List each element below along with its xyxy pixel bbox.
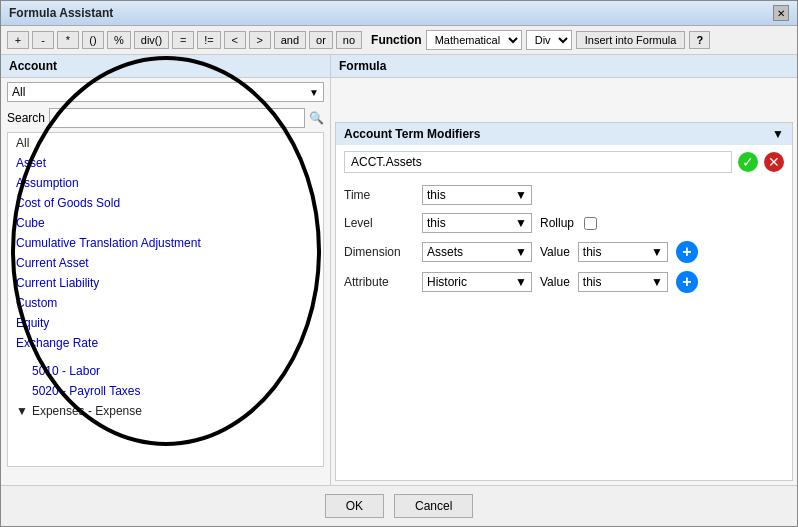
- list-item-exchange-rate[interactable]: Exchange Rate: [8, 333, 323, 353]
- toolbar: + - * () % div() = != < > and or no Func…: [1, 26, 797, 55]
- rollup-label: Rollup: [540, 216, 574, 230]
- main-content: Account All ▼ Search 🔍 All Asset Assumpt…: [1, 55, 797, 485]
- help-button[interactable]: ?: [689, 31, 710, 49]
- formula-assistant-window: Formula Assistant ✕ + - * () % div() = !…: [0, 0, 798, 527]
- level-value: this: [427, 216, 446, 230]
- list-item-assumption[interactable]: Assumption: [8, 173, 323, 193]
- attribute-select[interactable]: Historic ▼: [422, 272, 532, 292]
- account-dropdown-row: All ▼: [1, 78, 330, 106]
- group-label: Expenses - Expense: [32, 404, 142, 418]
- attribute-value-val: this: [583, 275, 602, 289]
- account-list: All Asset Assumption Cost of Goods Sold …: [7, 132, 324, 467]
- dimension-value: Assets: [427, 245, 463, 259]
- formula-text-area: [331, 78, 797, 118]
- reject-button[interactable]: ✕: [764, 152, 784, 172]
- dimension-row: Dimension Assets ▼ Value this ▼ +: [344, 241, 784, 263]
- list-item-custom[interactable]: Custom: [8, 293, 323, 313]
- time-value: this: [427, 188, 446, 202]
- dimension-select[interactable]: Assets ▼: [422, 242, 532, 262]
- close-button[interactable]: ✕: [773, 5, 789, 21]
- account-header: Account: [1, 55, 330, 78]
- time-select-arrow-icon: ▼: [515, 188, 527, 202]
- equals-button[interactable]: =: [172, 31, 194, 49]
- search-icon: 🔍: [309, 111, 324, 125]
- search-label: Search: [7, 111, 45, 125]
- dropdown-arrow-icon: ▼: [309, 87, 319, 98]
- attribute-value-select[interactable]: this ▼: [578, 272, 668, 292]
- left-panel: Account All ▼ Search 🔍 All Asset Assumpt…: [1, 55, 331, 485]
- function-area: Function Mathematical Div Insert into Fo…: [371, 30, 710, 50]
- list-item-cube[interactable]: Cube: [8, 213, 323, 233]
- title-bar: Formula Assistant ✕: [1, 1, 797, 26]
- attribute-add-button[interactable]: +: [676, 271, 698, 293]
- formula-display: ACCT.Assets: [344, 151, 732, 173]
- dimension-value-select[interactable]: this ▼: [578, 242, 668, 262]
- percent-button[interactable]: %: [107, 31, 131, 49]
- dimension-add-button[interactable]: +: [676, 241, 698, 263]
- account-dropdown[interactable]: All ▼: [7, 82, 324, 102]
- level-select-arrow-icon: ▼: [515, 216, 527, 230]
- not-equals-button[interactable]: !=: [197, 31, 220, 49]
- search-input[interactable]: [49, 108, 305, 128]
- minus-button[interactable]: -: [32, 31, 54, 49]
- dimension-value-val: this: [583, 245, 602, 259]
- search-row: Search 🔍: [1, 106, 330, 130]
- insert-into-formula-button[interactable]: Insert into Formula: [576, 31, 686, 49]
- bottom-bar: OK Cancel: [1, 485, 797, 526]
- modifiers-header-label: Account Term Modifiers: [344, 127, 480, 141]
- modifiers-header: Account Term Modifiers ▼: [336, 123, 792, 145]
- less-than-button[interactable]: <: [224, 31, 246, 49]
- collapse-icon: ▼: [16, 404, 28, 418]
- dimension-label: Dimension: [344, 245, 414, 259]
- list-item-cogs[interactable]: Cost of Goods Sold: [8, 193, 323, 213]
- function-label: Function: [371, 33, 422, 47]
- attribute-select-arrow-icon: ▼: [515, 275, 527, 289]
- horizontal-scrollbar[interactable]: [7, 469, 324, 483]
- level-select[interactable]: this ▼: [422, 213, 532, 233]
- list-item-equity[interactable]: Equity: [8, 313, 323, 333]
- time-select[interactable]: this ▼: [422, 185, 532, 205]
- function-type-select[interactable]: Mathematical: [426, 30, 522, 50]
- list-item-current-liability[interactable]: Current Liability: [8, 273, 323, 293]
- function-div-select[interactable]: Div: [526, 30, 572, 50]
- level-label: Level: [344, 216, 414, 230]
- modifiers-rows: Time this ▼ Level this ▼ Rollup: [336, 179, 792, 299]
- list-item-cta[interactable]: Cumulative Translation Adjustment: [8, 233, 323, 253]
- plus-button[interactable]: +: [7, 31, 29, 49]
- div-func-button[interactable]: div(): [134, 31, 169, 49]
- attribute-value-label: Value: [540, 275, 570, 289]
- modifiers-formula-row: ACCT.Assets ✓ ✕: [336, 145, 792, 179]
- list-item-current-asset[interactable]: Current Asset: [8, 253, 323, 273]
- confirm-button[interactable]: ✓: [738, 152, 758, 172]
- list-item-asset[interactable]: Asset: [8, 153, 323, 173]
- ok-button[interactable]: OK: [325, 494, 384, 518]
- cancel-button[interactable]: Cancel: [394, 494, 473, 518]
- attribute-value: Historic: [427, 275, 467, 289]
- attribute-row: Attribute Historic ▼ Value this ▼ +: [344, 271, 784, 293]
- or-button[interactable]: or: [309, 31, 333, 49]
- time-row: Time this ▼: [344, 185, 784, 205]
- modifiers-section: Account Term Modifiers ▼ ACCT.Assets ✓ ✕…: [335, 122, 793, 481]
- parens-button[interactable]: (): [82, 31, 104, 49]
- dimension-select-arrow-icon: ▼: [515, 245, 527, 259]
- greater-than-button[interactable]: >: [249, 31, 271, 49]
- and-button[interactable]: and: [274, 31, 306, 49]
- right-panel: Formula Account Term Modifiers ▼ ACCT.As…: [331, 55, 797, 485]
- list-group-expenses[interactable]: ▼ Expenses - Expense: [8, 401, 323, 421]
- list-sub-item-5010[interactable]: 5010 - Labor: [8, 361, 323, 381]
- rollup-checkbox[interactable]: [584, 217, 597, 230]
- time-label: Time: [344, 188, 414, 202]
- dimension-value-label: Value: [540, 245, 570, 259]
- collapse-modifiers-icon[interactable]: ▼: [772, 127, 784, 141]
- window-title: Formula Assistant: [9, 6, 113, 20]
- list-sub-item-5020[interactable]: 5020 - Payroll Taxes: [8, 381, 323, 401]
- attribute-value-arrow-icon: ▼: [651, 275, 663, 289]
- multiply-button[interactable]: *: [57, 31, 79, 49]
- account-dropdown-value: All: [12, 85, 25, 99]
- formula-header: Formula: [331, 55, 797, 78]
- no-button[interactable]: no: [336, 31, 362, 49]
- level-row: Level this ▼ Rollup: [344, 213, 784, 233]
- list-item-all[interactable]: All: [8, 133, 323, 153]
- attribute-label: Attribute: [344, 275, 414, 289]
- dimension-value-arrow-icon: ▼: [651, 245, 663, 259]
